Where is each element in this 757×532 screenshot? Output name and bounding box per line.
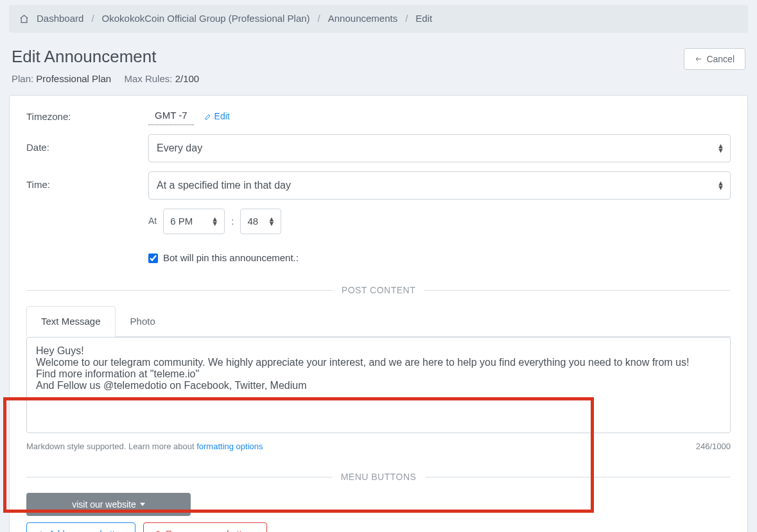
max-rules-value: 2/100 xyxy=(175,73,200,84)
breadcrumb-group[interactable]: OkokokokCoin Official Group (Professiona… xyxy=(102,12,310,26)
arrow-left-icon xyxy=(695,55,702,63)
post-content-title: POST CONTENT xyxy=(342,284,415,297)
cancel-label: Cancel xyxy=(706,54,735,64)
minute-select[interactable]: 48 xyxy=(240,209,281,235)
time-mode-select[interactable]: At a specified time in that day xyxy=(148,171,731,200)
tab-text-message[interactable]: Text Message xyxy=(26,306,116,338)
date-select[interactable]: Every day xyxy=(148,134,731,162)
edit-icon xyxy=(204,113,212,121)
message-textarea[interactable] xyxy=(26,337,731,433)
helper-prefix: Markdown style supported. Learn more abo… xyxy=(26,442,196,451)
cancel-button[interactable]: Cancel xyxy=(684,48,745,70)
timezone-label: Timezone: xyxy=(26,110,148,124)
menu-buttons-divider: MENU BUTTONS xyxy=(26,470,731,484)
breadcrumb-current: Edit xyxy=(415,12,432,26)
plan-value: Professional Plan xyxy=(36,73,111,84)
menu-button-chip-label: visit our website xyxy=(72,499,136,510)
tab-photo[interactable]: Photo xyxy=(116,306,170,338)
time-colon: : xyxy=(231,214,234,229)
post-tabs: Text Message Photo xyxy=(26,306,731,338)
date-label: Date: xyxy=(26,141,148,155)
time-label: Time: xyxy=(26,178,148,193)
char-counter: 246/1000 xyxy=(696,440,731,453)
formatting-options-link[interactable]: formatting options xyxy=(196,442,263,451)
add-menu-button-label: Add a menu button xyxy=(49,529,125,532)
remove-menu-buttons[interactable]: Remove menu buttons xyxy=(143,522,267,532)
breadcrumb-separator: / xyxy=(318,12,320,26)
plan-label: Plan: xyxy=(12,73,36,84)
page-subtitle: Plan: Professional Plan Max Rules: 2/100 xyxy=(12,72,199,87)
timezone-value: GMT -7 xyxy=(148,108,194,125)
breadcrumb-dashboard[interactable]: Dashboard xyxy=(37,12,83,26)
helper-text: Markdown style supported. Learn more abo… xyxy=(26,440,263,453)
remove-menu-buttons-label: Remove menu buttons xyxy=(166,529,256,532)
page-title: Edit Announcement xyxy=(12,44,199,69)
pin-checkbox[interactable] xyxy=(148,253,158,263)
breadcrumb-announcements[interactable]: Announcements xyxy=(328,12,397,26)
menu-button-chip[interactable]: visit our website xyxy=(26,493,191,516)
at-label: At xyxy=(148,214,157,228)
caret-down-icon xyxy=(140,502,145,506)
breadcrumb: Dashboard / OkokokokCoin Official Group … xyxy=(9,5,748,33)
hour-select[interactable]: 6 PM xyxy=(163,209,225,235)
post-content-divider: POST CONTENT xyxy=(26,284,731,297)
form-card: Timezone: GMT -7 Edit Date: Every day ▲▼ xyxy=(9,95,748,532)
max-rules-label: Max Rules: xyxy=(124,73,175,84)
home-icon xyxy=(19,14,29,24)
pin-label: Bot will pin this announcement.: xyxy=(163,251,299,266)
breadcrumb-separator: / xyxy=(91,12,94,26)
breadcrumb-separator: / xyxy=(405,12,408,26)
timezone-edit-label: Edit xyxy=(214,110,230,123)
menu-buttons-title: MENU BUTTONS xyxy=(341,470,417,484)
add-menu-button[interactable]: Add a menu button xyxy=(26,522,135,532)
timezone-edit-link[interactable]: Edit xyxy=(204,110,230,123)
